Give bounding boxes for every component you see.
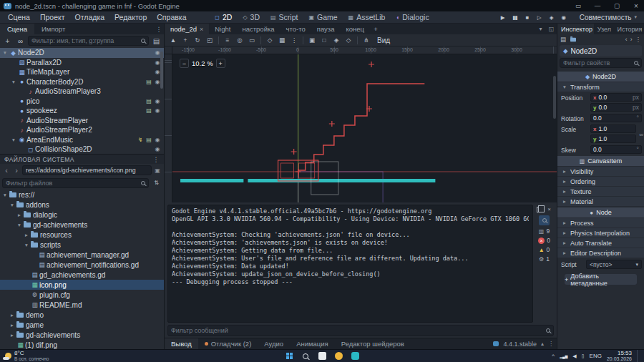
section-material[interactable]: ▸ Material	[557, 197, 644, 206]
collapse-icon[interactable]: ▾	[16, 222, 23, 228]
menu-debug[interactable]: Отладка	[70, 13, 110, 21]
tab-import[interactable]: Импорт	[34, 24, 72, 34]
minimize-button[interactable]: —	[590, 0, 605, 11]
scene-tab-node2d[interactable]: node_2d ×	[165, 24, 209, 34]
copy-log-icon[interactable]	[535, 205, 543, 213]
workspace-assetlib[interactable]: ▦AssetLib	[348, 13, 386, 21]
expand-icon[interactable]: ▸	[9, 332, 16, 338]
collapse-panel-icon[interactable]: ▴	[541, 341, 544, 347]
start-button[interactable]	[284, 351, 294, 361]
scene-tree[interactable]: ▾ ◆ Node2D ◉ ▨ Parallax2D ◉ ▦ TileMapLay…	[0, 47, 164, 154]
skeleton-options-icon[interactable]: ⋔	[361, 36, 372, 44]
tab-output[interactable]: Вывод	[165, 338, 198, 349]
file-item[interactable]: ▤ achievement_notifications.gd	[0, 260, 164, 270]
inspector-options-icon[interactable]: ⋮	[635, 36, 642, 43]
scene-tree-item[interactable]: ▾ ◉ AreaEndMusic ↯ ▤ ◉	[0, 135, 164, 145]
stop-button[interactable]: ■	[521, 14, 533, 21]
group-icon[interactable]: ◈	[331, 36, 342, 44]
viewport-scrollbar[interactable]	[553, 76, 556, 119]
forward-icon[interactable]: ›	[12, 166, 21, 175]
file-filter-input[interactable]	[6, 180, 139, 187]
menu-editor[interactable]: Редактор	[109, 13, 152, 21]
section-editor-description[interactable]: ▸ Editor Description	[557, 248, 644, 258]
volume-icon[interactable]: ◀	[572, 353, 576, 359]
scale-link-icon[interactable]: ∞	[639, 132, 643, 138]
console-toggle-icon[interactable]: ▭	[570, 0, 586, 11]
eye-icon[interactable]: ◉	[153, 146, 162, 152]
file-item[interactable]: ▾ gd-achievements	[0, 220, 164, 230]
select-tool-icon[interactable]: ▲	[170, 36, 176, 44]
file-item[interactable]: ▸ demo	[0, 310, 164, 320]
snap-options-icon[interactable]: ⋮	[288, 36, 300, 44]
app-icon-2[interactable]	[333, 351, 343, 361]
sort-files-icon[interactable]: ⇅	[151, 180, 162, 186]
scene-filter-input[interactable]	[31, 37, 139, 44]
workspace-dialogic[interactable]: ◖Dialogic	[396, 13, 429, 21]
ruler-horizontal[interactable]: -1500 -1000 -500 0 500 1000 1500 2000 25…	[172, 47, 557, 54]
new-resource-icon[interactable]: ▤	[560, 36, 566, 43]
app-icon-1[interactable]	[317, 351, 327, 361]
script-badge-icon[interactable]: ▤	[145, 107, 153, 114]
scene-tree-item[interactable]: ▾ ● CharacterBody2D ▤ ◉	[0, 77, 164, 87]
lock-icon[interactable]: ▣	[306, 36, 318, 44]
file-item[interactable]: ▸ gd-achievements	[0, 330, 164, 340]
load-resource-icon[interactable]	[570, 37, 576, 41]
weather-widget[interactable]: 8°C В осн. солнечно	[0, 350, 54, 362]
log-warnings-toggle[interactable]: ▲ 0	[535, 246, 554, 253]
eye-icon[interactable]: ◉	[153, 137, 162, 143]
app-icon-3[interactable]	[350, 351, 360, 361]
filesystem-options-icon[interactable]: ⋮	[153, 156, 160, 163]
rotation-field[interactable]: 0.0 °	[590, 114, 642, 122]
add-metadata-button[interactable]: + Добавить метаданные	[565, 274, 637, 285]
scene-tree-item[interactable]: ▨ Parallax2D ◉	[0, 58, 164, 68]
file-item[interactable]: ▸ resources	[0, 230, 164, 240]
signal-badge-icon[interactable]: ↯	[136, 137, 145, 143]
view-menu[interactable]: Вид	[377, 36, 390, 44]
collapse-icon[interactable]: ▾	[10, 79, 17, 85]
script-badge-icon[interactable]: ▤	[145, 79, 153, 85]
scene-tree-item[interactable]: ▦ TileMapLayer ◉	[0, 67, 164, 77]
dock-options-icon[interactable]: ⋮	[154, 24, 164, 34]
section-auto-translate[interactable]: ▸ Auto Translate	[557, 238, 644, 248]
section-transform[interactable]: ▾ Transform	[557, 82, 644, 92]
scene-tree-item[interactable]: ▾ ◆ Node2D ◉	[0, 48, 164, 58]
play-scene-button[interactable]: ▷	[533, 14, 545, 21]
list-select-icon[interactable]: ≡	[222, 36, 233, 44]
clear-log-icon[interactable]: ×	[545, 205, 553, 213]
scene-tab[interactable]: Night	[209, 24, 236, 34]
scene-tree-item[interactable]: ♪ AudioStreamPlayer2	[0, 125, 164, 135]
workspace-script[interactable]: ▤Script	[270, 13, 298, 21]
ungroup-icon[interactable]: ◇	[343, 36, 354, 44]
file-item[interactable]: ▸ game	[0, 320, 164, 330]
position-y-field[interactable]: y 0.0 px	[590, 103, 642, 112]
tab-audio[interactable]: Аудио	[258, 338, 290, 349]
play-custom-scene-button[interactable]: ◈	[545, 14, 557, 21]
expand-icon[interactable]: ▸	[9, 312, 16, 318]
current-path[interactable]: res://addons/gd-achievements/icon.png	[22, 165, 152, 175]
menu-help[interactable]: Справка	[152, 13, 191, 21]
scene-tree-item[interactable]: ● pico ▤ ◉	[0, 97, 164, 107]
renderer-select[interactable]: Совместимость ▾	[575, 13, 641, 22]
scene-tree-item[interactable]: ◻ CollisionShape2D ◉	[0, 145, 164, 154]
eye-icon[interactable]: ◉	[153, 98, 162, 104]
scene-tab[interactable]: что-то	[280, 24, 311, 34]
log-errors-toggle[interactable]: × 0	[535, 237, 554, 244]
collapse-icon[interactable]: ▾	[23, 242, 30, 248]
new-scene-tab-button[interactable]: +	[370, 24, 381, 34]
position-x-field[interactable]: x 0.0 px	[590, 93, 642, 102]
skew-field[interactable]: 0.0 °	[590, 145, 642, 154]
attach-script-button[interactable]: ▤	[151, 37, 162, 45]
collapse-icon[interactable]: ▾	[9, 202, 16, 208]
history-back-icon[interactable]: ‹	[625, 36, 628, 43]
expand-icon[interactable]: ▸	[16, 212, 23, 218]
section-texture[interactable]: ▸ Texture	[557, 187, 644, 196]
script-badge-icon[interactable]: ▤	[145, 98, 153, 104]
expand-icon[interactable]: ▸	[23, 232, 30, 238]
tab-list-icon[interactable]: ▾	[535, 24, 546, 34]
move-tool-icon[interactable]: +	[180, 36, 191, 44]
collapse-icon[interactable]: ▾	[1, 192, 9, 198]
tab-animation[interactable]: Анимация	[290, 338, 335, 349]
file-item-selected[interactable]: ▦ icon.png	[0, 280, 164, 290]
scene-tree-item[interactable]: ♪ AudioStreamPlayer	[0, 116, 164, 126]
script-badge-icon[interactable]: ▤	[145, 137, 153, 143]
